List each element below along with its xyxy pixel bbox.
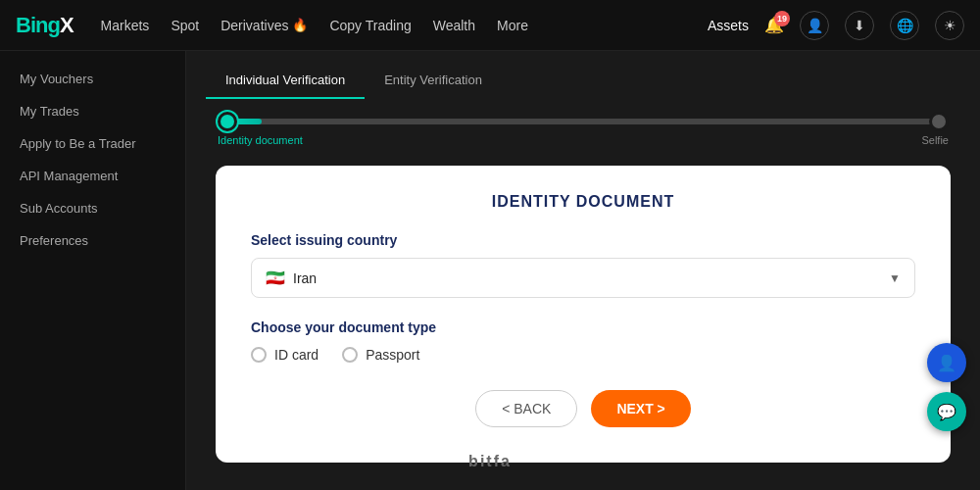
nav-spot[interactable]: Spot	[171, 18, 199, 33]
country-select-dropdown[interactable]: 🇮🇷 Iran ▼	[251, 258, 915, 298]
nav-links: Markets Spot Derivatives 🔥 Copy Trading …	[101, 18, 708, 33]
doc-options: ID card Passport	[251, 347, 915, 363]
progress-dot-end	[929, 112, 949, 131]
doc-type-label: Choose your document type	[251, 319, 915, 335]
main-layout: My Vouchers My Trades Apply to Be a Trad…	[0, 51, 980, 490]
nav-copy-trading[interactable]: Copy Trading	[329, 18, 411, 33]
identity-card: IDENTITY DOCUMENT Select issuing country…	[216, 166, 951, 463]
nav-markets[interactable]: Markets	[101, 18, 150, 33]
nav-more[interactable]: More	[497, 18, 528, 33]
progress-label-selfie: Selfie	[921, 134, 949, 146]
logo[interactable]: BingX	[16, 13, 74, 38]
country-flag: 🇮🇷	[266, 269, 285, 287]
float-user-button[interactable]: 👤	[927, 343, 966, 382]
bitfa-watermark: bitfa	[468, 453, 512, 470]
sidebar-item-api-management[interactable]: API Management	[0, 160, 185, 192]
fire-icon: 🔥	[292, 18, 308, 32]
content-area: Individual Verification Entity Verificat…	[186, 51, 980, 490]
language-globe-icon[interactable]: 🌐	[890, 11, 919, 40]
progress-label-identity: Identity document	[218, 134, 303, 146]
float-chat-icon: 💬	[937, 403, 956, 421]
user-profile-icon[interactable]: 👤	[800, 11, 829, 40]
float-chat-button[interactable]: 💬	[927, 392, 966, 431]
sidebar-item-preferences[interactable]: Preferences	[0, 224, 185, 257]
progress-dot-start	[218, 112, 237, 131]
card-title: IDENTITY DOCUMENT	[251, 193, 915, 211]
chevron-down-icon: ▼	[889, 271, 901, 285]
tab-entity-verification[interactable]: Entity Verification	[365, 65, 502, 99]
progress-track	[225, 119, 941, 124]
progress-section: Identity document Selfie	[186, 99, 980, 156]
nav-derivatives[interactable]: Derivatives 🔥	[220, 18, 308, 33]
settings-sun-icon[interactable]: ☀	[935, 11, 964, 40]
progress-labels: Identity document Selfie	[216, 134, 951, 146]
radio-id-card	[251, 347, 267, 363]
nav-wealth[interactable]: Wealth	[433, 18, 475, 33]
card-buttons: < BACK NEXT >	[251, 390, 915, 427]
country-value: 🇮🇷 Iran	[266, 269, 317, 287]
download-icon[interactable]: ⬇	[845, 11, 874, 40]
doc-label-id-card: ID card	[274, 347, 318, 363]
assets-button[interactable]: Assets	[708, 18, 749, 33]
float-user-icon: 👤	[937, 354, 956, 372]
sidebar: My Vouchers My Trades Apply to Be a Trad…	[0, 51, 186, 490]
doc-option-id-card[interactable]: ID card	[251, 347, 318, 363]
back-button[interactable]: < BACK	[475, 390, 577, 427]
radio-passport	[342, 347, 358, 363]
nav-right: Assets 🔔 19 👤 ⬇ 🌐 ☀	[708, 11, 964, 40]
sidebar-item-my-vouchers[interactable]: My Vouchers	[0, 63, 185, 95]
sidebar-item-my-trades[interactable]: My Trades	[0, 95, 185, 127]
float-buttons: 👤 💬	[927, 343, 966, 431]
sidebar-item-apply-trader[interactable]: Apply to Be a Trader	[0, 127, 185, 160]
verification-tabs: Individual Verification Entity Verificat…	[186, 51, 980, 99]
notification-badge: 19	[774, 11, 790, 26]
doc-label-passport: Passport	[366, 347, 419, 363]
country-field-label: Select issuing country	[251, 232, 915, 248]
sidebar-item-sub-accounts[interactable]: Sub Accounts	[0, 192, 185, 224]
next-button[interactable]: NEXT >	[591, 390, 690, 427]
tab-individual-verification[interactable]: Individual Verification	[206, 65, 365, 99]
country-name: Iran	[293, 270, 317, 286]
topnav: BingX Markets Spot Derivatives 🔥 Copy Tr…	[0, 0, 980, 51]
notification-bell[interactable]: 🔔 19	[764, 16, 784, 34]
doc-option-passport[interactable]: Passport	[342, 347, 419, 363]
